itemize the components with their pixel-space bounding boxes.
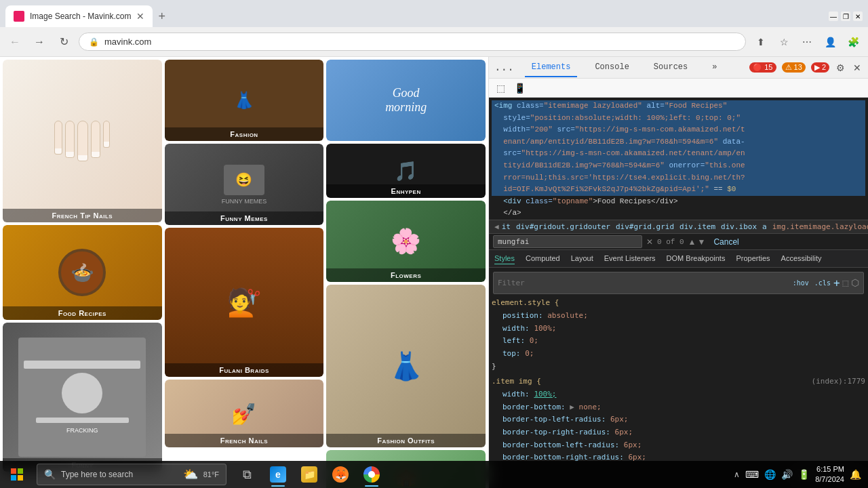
inspect-element-btn[interactable]: ⬚ <box>493 81 508 96</box>
devtools-dots[interactable]: ... <box>494 62 514 74</box>
tab-computed[interactable]: Computed <box>526 253 560 264</box>
style-prop[interactable]: position: <box>492 311 543 320</box>
list-item[interactable]: Goodmorning <box>326 60 486 141</box>
search-cancel-btn[interactable]: Cancel <box>709 236 743 248</box>
style-prop[interactable]: border-bottom-left-radius: <box>492 441 619 449</box>
code-line: <div class="topname">Food Recipes</div> <box>492 196 865 208</box>
window-minimize-btn[interactable]: — <box>829 12 838 21</box>
view-icon[interactable]: ⬡ <box>851 275 859 291</box>
list-item[interactable]: 👗 Fashion <box>165 60 324 141</box>
list-item[interactable]: 🌸 Flowers <box>326 201 486 282</box>
style-prop[interactable]: top: <box>492 349 521 358</box>
list-item[interactable]: 💇 Fulani Braids <box>165 228 324 377</box>
warn-count-badge: ⚠ 13 <box>782 62 806 73</box>
style-prop[interactable]: left: <box>492 336 525 345</box>
tab-accessibility[interactable]: Accessibility <box>781 253 822 264</box>
add-style-btn[interactable]: + <box>833 274 840 292</box>
search-clear-btn[interactable]: ✕ <box>646 237 653 247</box>
breadcrumb-a[interactable]: a <box>762 222 767 231</box>
tab-event-listeners[interactable]: Event Listeners <box>604 253 656 264</box>
devtools-tab-sources[interactable]: Sources <box>647 58 694 77</box>
devtools-settings-btn[interactable]: ⚙ <box>835 61 846 75</box>
style-prop[interactable]: width: <box>492 390 530 399</box>
device-toggle-btn[interactable]: 📱 <box>512 81 527 96</box>
refresh-btn[interactable]: ↻ <box>54 33 73 52</box>
style-prop-val[interactable]: 6px; <box>610 415 629 424</box>
forward-btn[interactable]: → <box>30 33 49 52</box>
style-prop-val[interactable]: absolute; <box>547 311 588 320</box>
style-prop-expand[interactable]: ▶ <box>570 403 574 411</box>
breadcrumb-ibox[interactable]: div.ibox <box>721 222 757 231</box>
style-prop[interactable]: width: <box>492 324 530 333</box>
start-button[interactable] <box>0 461 34 488</box>
back-btn[interactable]: ← <box>5 33 24 52</box>
style-prop-val[interactable]: 0; <box>530 336 538 345</box>
tab-close-btn[interactable]: ✕ <box>136 11 144 22</box>
breadcrumb-img[interactable]: img.itemimage.lazyloaded <box>772 222 868 231</box>
breadcrumb-grid[interactable]: div#grid.grid <box>616 222 674 231</box>
taskbar-search-box[interactable]: 🔍 Type here to search ⛅ 81°F <box>37 464 226 485</box>
tab-favicon <box>14 11 24 22</box>
tab-bar: Image Search - Mavink.com ✕ + — ❐ ✕ <box>0 0 868 27</box>
style-prop-val[interactable]: 6px; <box>624 441 642 449</box>
code-line: enant/amp/entityid/BB11dE2B.img?w=768&h=… <box>492 136 865 148</box>
user-icon[interactable]: 👤 <box>821 33 840 52</box>
address-bar[interactable]: 🔒 mavink.com <box>79 33 746 51</box>
extensions-icon[interactable]: 🧩 <box>844 33 863 52</box>
favorites-icon[interactable]: ☆ <box>774 33 793 52</box>
style-rule: element.style { position: absolute; widt… <box>492 297 865 373</box>
hov-btn[interactable]: :hov <box>793 277 809 289</box>
search-next-btn[interactable]: ▼ <box>698 237 706 247</box>
search-prev-btn[interactable]: ▲ <box>688 237 696 247</box>
style-prop[interactable]: border-top-right-radius: <box>492 428 610 436</box>
list-item[interactable]: FRACKING Funny <box>3 323 162 472</box>
devtools-close-btn[interactable]: ✕ <box>852 61 863 75</box>
style-prop-val[interactable]: 6px; <box>615 428 633 436</box>
cls-btn[interactable]: .cls <box>814 277 831 289</box>
list-item[interactable]: 🎵 Enhypen <box>326 144 486 198</box>
taskbar-edge-btn[interactable]: e <box>263 461 293 488</box>
style-prop-val[interactable]: 0; <box>525 349 534 358</box>
style-prop[interactable]: border-bottom: <box>492 403 566 411</box>
browser-menu-icon[interactable]: ⋯ <box>797 33 816 52</box>
tray-arrow[interactable]: ∧ <box>734 470 740 479</box>
devtools-tab-elements[interactable]: Elements <box>525 58 578 77</box>
tab-layout[interactable]: Layout <box>571 253 593 264</box>
share-icon[interactable]: ⬆ <box>751 33 770 52</box>
volume-icon[interactable]: 🔊 <box>781 469 793 480</box>
style-prop[interactable]: border-top-left-radius: <box>492 415 606 424</box>
style-prop-val[interactable]: 100%; <box>534 324 556 333</box>
styles-filter-input[interactable] <box>498 279 790 287</box>
devtools-tab-more[interactable]: » <box>705 58 724 77</box>
clock-date: 8/7/2024 <box>815 474 844 485</box>
tab-styles[interactable]: Styles <box>494 253 515 264</box>
list-item[interactable]: 👗 Fashion Outfits <box>326 285 486 447</box>
tab-properties[interactable]: Properties <box>736 253 770 264</box>
list-item[interactable]: French Tip Nails <box>3 60 162 222</box>
window-close-btn[interactable]: ✕ <box>853 12 863 21</box>
taskbar-chrome-btn[interactable] <box>357 461 387 488</box>
list-item[interactable]: 🍲 Food Recipes <box>3 225 162 320</box>
breadcrumb-gridout[interactable]: div#gridout.gridouter <box>516 222 610 231</box>
devtools-search-input[interactable] <box>493 235 642 248</box>
new-tab-btn[interactable]: + <box>153 7 171 26</box>
keyboard-icon[interactable]: ⌨ <box>745 469 759 480</box>
style-prop-val[interactable]: none; <box>579 403 601 411</box>
battery-icon[interactable]: 🔋 <box>798 469 810 480</box>
list-item[interactable]: 💅 French Nails <box>165 380 324 447</box>
notification-btn[interactable]: 🔔 <box>850 469 861 480</box>
taskbar-explorer-btn[interactable]: 📁 <box>294 461 324 488</box>
style-prop-val[interactable]: 100%; <box>534 390 556 399</box>
devtools-tab-console[interactable]: Console <box>588 58 635 77</box>
breadcrumb-item[interactable]: div.item <box>679 222 715 231</box>
clock[interactable]: 6:15 PM 8/7/2024 <box>815 464 844 485</box>
window-maximize-btn[interactable]: ❐ <box>841 12 850 21</box>
network-icon[interactable]: 🌐 <box>764 469 776 480</box>
list-item[interactable]: 😆 FUNNY MEMES Funny Memes <box>165 144 324 225</box>
breadcrumb-it[interactable]: it <box>502 222 511 231</box>
tab-dom-breakpoints[interactable]: DOM Breakpoints <box>667 253 726 264</box>
active-tab[interactable]: Image Search - Mavink.com ✕ <box>5 5 153 27</box>
taskbar-firefox-btn[interactable]: 🦊 <box>326 461 355 488</box>
taskbar-task-view[interactable]: ⧉ <box>232 461 262 488</box>
layout-icon[interactable]: ⬚ <box>843 275 848 291</box>
